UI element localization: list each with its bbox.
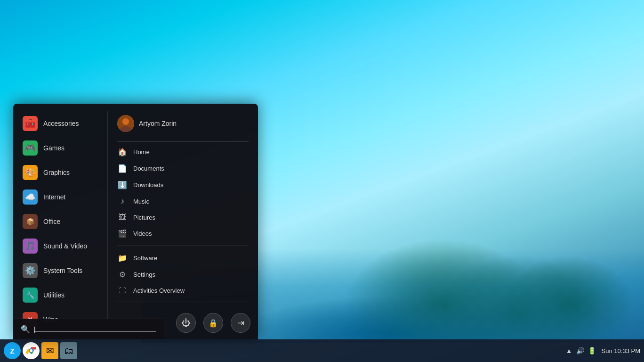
downloads-icon: ⬇️ bbox=[117, 181, 128, 189]
taskbar-apps: Z ✉ 🗂 bbox=[4, 342, 77, 359]
internet-icon: ☁️ bbox=[23, 189, 38, 205]
menu-item-sound-video[interactable]: 🎵 Sound & Video bbox=[17, 234, 104, 258]
user-section[interactable]: Artyom Zorin bbox=[112, 111, 254, 140]
search-input[interactable] bbox=[34, 326, 156, 333]
music-label: Music bbox=[133, 198, 149, 205]
desktop: 🧰 Accessories 🎮 Games 🎨 Graphics ☁️ Inte… bbox=[0, 0, 644, 362]
videos-icon: 🎬 bbox=[117, 229, 128, 238]
music-icon: ♪ bbox=[117, 197, 128, 206]
place-home[interactable]: 🏠 Home bbox=[112, 144, 254, 160]
utilities-label: Utilities bbox=[43, 291, 64, 299]
internet-label: Internet bbox=[43, 193, 65, 201]
logout-icon: ⇥ bbox=[237, 318, 244, 328]
downloads-label: Downloads bbox=[133, 181, 163, 189]
settings-icon: ⚙ bbox=[117, 270, 128, 279]
videos-label: Videos bbox=[133, 230, 152, 237]
graphics-label: Graphics bbox=[43, 169, 70, 176]
place-documents[interactable]: 📄 Documents bbox=[112, 160, 254, 177]
menu-item-graphics[interactable]: 🎨 Graphics bbox=[17, 160, 104, 185]
action-settings[interactable]: ⚙ Settings bbox=[112, 266, 254, 283]
search-bar: 🔍 bbox=[13, 319, 164, 339]
action-software[interactable]: 📁 Software bbox=[112, 250, 254, 266]
lock-icon: 🔒 bbox=[209, 319, 218, 328]
place-pictures[interactable]: 🖼 Pictures bbox=[112, 209, 254, 225]
accessories-icon: 🧰 bbox=[23, 116, 38, 131]
mail-button[interactable]: ✉ bbox=[41, 342, 58, 359]
lock-button[interactable]: 🔒 bbox=[203, 313, 223, 333]
battery-icon[interactable]: 🔋 bbox=[588, 347, 596, 354]
system-tray-icons: ▲ 🔊 🔋 bbox=[566, 347, 596, 354]
graphics-icon: 🎨 bbox=[23, 165, 38, 180]
activities-icon: ⛶ bbox=[117, 287, 128, 294]
action-activities[interactable]: ⛶ Activities Overview bbox=[112, 283, 254, 298]
menu-item-internet[interactable]: ☁️ Internet bbox=[17, 185, 104, 209]
search-underline bbox=[34, 331, 156, 332]
wifi-icon[interactable]: ▲ bbox=[566, 347, 572, 354]
power-icon: ⏻ bbox=[182, 318, 190, 328]
files-icon: 🗂 bbox=[64, 346, 73, 356]
avatar bbox=[117, 115, 134, 132]
office-label: Office bbox=[43, 218, 60, 225]
sound-video-label: Sound & Video bbox=[43, 242, 87, 250]
menu-item-utilities[interactable]: 🔧 Utilities bbox=[17, 283, 104, 307]
system-tools-icon: ⚙️ bbox=[23, 263, 38, 278]
software-label: Software bbox=[133, 255, 157, 262]
zorin-menu-button[interactable]: Z bbox=[4, 342, 21, 359]
pictures-icon: 🖼 bbox=[117, 213, 128, 222]
software-icon: 📁 bbox=[117, 254, 128, 263]
place-videos[interactable]: 🎬 Videos bbox=[112, 225, 254, 242]
separator-2 bbox=[117, 246, 249, 246]
activities-label: Activities Overview bbox=[133, 287, 185, 294]
volume-icon[interactable]: 🔊 bbox=[576, 347, 584, 354]
sound-video-icon: 🎵 bbox=[23, 239, 38, 254]
files-button[interactable]: 🗂 bbox=[60, 342, 77, 359]
system-tools-label: System Tools bbox=[43, 267, 82, 274]
svg-point-1 bbox=[122, 118, 129, 125]
utilities-icon: 🔧 bbox=[23, 288, 38, 303]
taskbar-system: ▲ 🔊 🔋 Sun 10:33 PM bbox=[566, 347, 640, 354]
menu-item-office[interactable]: 📦 Office bbox=[17, 209, 104, 234]
power-button[interactable]: ⏻ bbox=[176, 313, 196, 333]
place-downloads[interactable]: ⬇️ Downloads bbox=[112, 177, 254, 193]
accessories-label: Accessories bbox=[43, 120, 79, 127]
menu-categories-panel: 🧰 Accessories 🎮 Games 🎨 Graphics ☁️ Inte… bbox=[13, 111, 107, 332]
menu-right-panel: Artyom Zorin 🏠 Home 📄 Documents ⬇️ Downl… bbox=[107, 111, 258, 332]
chrome-icon bbox=[25, 345, 37, 357]
user-name: Artyom Zorin bbox=[139, 120, 177, 127]
power-buttons: ⏻ 🔒 ⇥ bbox=[176, 313, 250, 333]
chrome-button[interactable] bbox=[23, 342, 40, 359]
mail-icon: ✉ bbox=[46, 345, 54, 356]
home-label: Home bbox=[133, 148, 150, 156]
zorin-logo: Z bbox=[10, 347, 14, 355]
documents-label: Documents bbox=[133, 165, 164, 172]
app-menu: 🧰 Accessories 🎮 Games 🎨 Graphics ☁️ Inte… bbox=[13, 104, 258, 339]
menu-item-accessories[interactable]: 🧰 Accessories bbox=[17, 111, 104, 136]
place-music[interactable]: ♪ Music bbox=[112, 193, 254, 209]
search-icon: 🔍 bbox=[21, 325, 30, 334]
games-label: Games bbox=[43, 144, 64, 152]
documents-icon: 📄 bbox=[117, 164, 128, 173]
pictures-label: Pictures bbox=[133, 214, 155, 221]
games-icon: 🎮 bbox=[23, 140, 38, 156]
separator-1 bbox=[117, 141, 249, 142]
datetime[interactable]: Sun 10:33 PM bbox=[602, 347, 640, 354]
settings-label: Settings bbox=[133, 271, 155, 278]
office-icon: 📦 bbox=[23, 214, 38, 229]
menu-item-system-tools[interactable]: ⚙️ System Tools bbox=[17, 258, 104, 283]
menu-item-games[interactable]: 🎮 Games bbox=[17, 136, 104, 160]
svg-point-6 bbox=[30, 349, 32, 352]
home-icon: 🏠 bbox=[117, 148, 128, 156]
separator-3 bbox=[117, 302, 249, 302]
logout-button[interactable]: ⇥ bbox=[231, 313, 250, 333]
taskbar: Z ✉ 🗂 ▲ bbox=[0, 339, 644, 362]
